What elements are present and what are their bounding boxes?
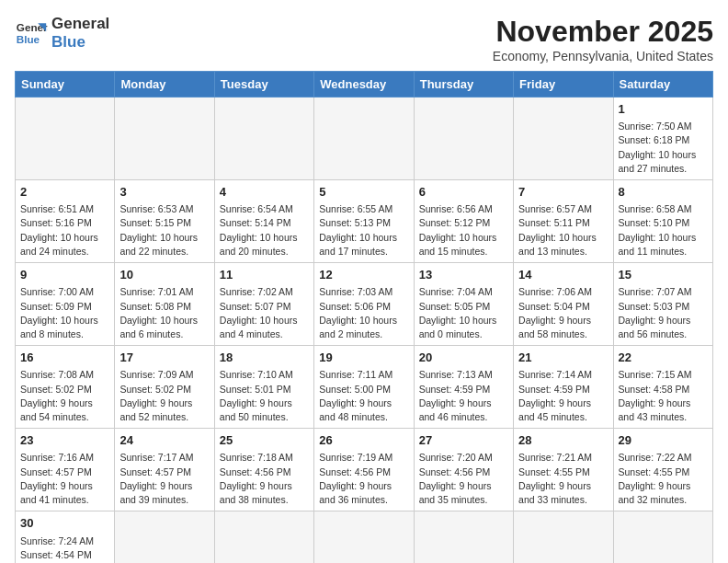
day-info: Sunrise: 7:01 AMSunset: 5:08 PMDaylight:… (119, 285, 209, 341)
calendar-cell: 8Sunrise: 6:58 AMSunset: 5:10 PMDaylight… (613, 180, 712, 263)
calendar-cell: 29Sunrise: 7:22 AMSunset: 4:55 PMDayligh… (613, 429, 712, 511)
calendar-table: SundayMondayTuesdayWednesdayThursdayFrid… (15, 71, 713, 563)
month-title: November 2025 (493, 15, 713, 49)
day-number: 1 (619, 101, 708, 118)
day-number: 17 (119, 350, 209, 366)
day-info: Sunrise: 7:06 AMSunset: 5:04 PMDaylight:… (518, 285, 608, 341)
day-info: Sunrise: 7:00 AMSunset: 5:09 PMDaylight:… (20, 285, 109, 341)
calendar-cell (414, 511, 513, 563)
calendar-header-saturday: Saturday (613, 72, 712, 98)
day-number: 14 (518, 267, 608, 283)
calendar-cell: 26Sunrise: 7:19 AMSunset: 4:56 PMDayligh… (314, 429, 414, 511)
calendar-cell (314, 98, 414, 180)
calendar-week-2: 9Sunrise: 7:00 AMSunset: 5:09 PMDaylight… (16, 263, 713, 346)
calendar-cell: 21Sunrise: 7:14 AMSunset: 4:59 PMDayligh… (514, 346, 613, 429)
calendar-cell: 27Sunrise: 7:20 AMSunset: 4:56 PMDayligh… (414, 429, 513, 511)
calendar-cell: 30Sunrise: 7:24 AMSunset: 4:54 PMDayligh… (16, 511, 115, 563)
calendar-week-4: 23Sunrise: 7:16 AMSunset: 4:57 PMDayligh… (16, 429, 713, 511)
day-info: Sunrise: 7:15 AMSunset: 4:58 PMDaylight:… (619, 368, 708, 424)
calendar-week-0: 1Sunrise: 7:50 AMSunset: 6:18 PMDaylight… (16, 98, 713, 180)
day-info: Sunrise: 7:21 AMSunset: 4:55 PMDaylight:… (518, 451, 608, 507)
day-info: Sunrise: 6:56 AMSunset: 5:12 PMDaylight:… (419, 202, 508, 259)
day-info: Sunrise: 6:57 AMSunset: 5:11 PMDaylight:… (518, 202, 608, 259)
day-info: Sunrise: 7:24 AMSunset: 4:54 PMDaylight:… (20, 534, 109, 564)
calendar-cell (115, 511, 214, 563)
day-number: 30 (20, 515, 109, 532)
day-number: 29 (619, 432, 708, 449)
calendar-cell (115, 98, 214, 180)
day-info: Sunrise: 7:04 AMSunset: 5:05 PMDaylight:… (419, 285, 508, 341)
calendar-cell: 5Sunrise: 6:55 AMSunset: 5:13 PMDaylight… (314, 180, 414, 263)
calendar-cell: 23Sunrise: 7:16 AMSunset: 4:57 PMDayligh… (16, 429, 115, 511)
calendar-cell: 10Sunrise: 7:01 AMSunset: 5:08 PMDayligh… (115, 263, 214, 346)
day-info: Sunrise: 7:14 AMSunset: 4:59 PMDaylight:… (518, 368, 608, 424)
day-info: Sunrise: 6:53 AMSunset: 5:15 PMDaylight:… (119, 202, 209, 259)
day-number: 6 (419, 184, 508, 201)
day-info: Sunrise: 7:16 AMSunset: 4:57 PMDaylight:… (20, 451, 109, 507)
day-info: Sunrise: 7:20 AMSunset: 4:56 PMDaylight:… (419, 451, 508, 507)
calendar-header-tuesday: Tuesday (214, 72, 313, 98)
calendar-cell: 9Sunrise: 7:00 AMSunset: 5:09 PMDaylight… (16, 263, 115, 346)
calendar-header-monday: Monday (115, 72, 214, 98)
day-number: 18 (220, 350, 309, 366)
calendar-cell: 25Sunrise: 7:18 AMSunset: 4:56 PMDayligh… (214, 429, 313, 511)
calendar-cell: 17Sunrise: 7:09 AMSunset: 5:02 PMDayligh… (115, 346, 214, 429)
day-info: Sunrise: 7:11 AMSunset: 5:00 PMDaylight:… (319, 368, 408, 424)
day-number: 26 (319, 432, 408, 449)
day-number: 8 (619, 184, 708, 201)
calendar-cell: 24Sunrise: 7:17 AMSunset: 4:57 PMDayligh… (115, 429, 214, 511)
calendar-cell: 3Sunrise: 6:53 AMSunset: 5:15 PMDaylight… (115, 180, 214, 263)
day-number: 20 (419, 350, 508, 366)
calendar-cell (514, 511, 613, 563)
day-number: 9 (20, 267, 109, 283)
calendar-cell (414, 98, 513, 180)
calendar-header-wednesday: Wednesday (314, 72, 414, 98)
calendar-cell: 22Sunrise: 7:15 AMSunset: 4:58 PMDayligh… (613, 346, 712, 429)
day-info: Sunrise: 7:19 AMSunset: 4:56 PMDaylight:… (319, 451, 408, 507)
day-info: Sunrise: 7:07 AMSunset: 5:03 PMDaylight:… (619, 285, 708, 341)
calendar-cell (214, 98, 313, 180)
day-info: Sunrise: 7:03 AMSunset: 5:06 PMDaylight:… (319, 285, 408, 341)
day-info: Sunrise: 7:13 AMSunset: 4:59 PMDaylight:… (419, 368, 508, 424)
day-info: Sunrise: 7:17 AMSunset: 4:57 PMDaylight:… (119, 451, 209, 507)
day-number: 5 (319, 184, 408, 201)
logo-icon: General Blue (15, 17, 48, 50)
calendar-cell: 14Sunrise: 7:06 AMSunset: 5:04 PMDayligh… (514, 263, 613, 346)
day-number: 25 (220, 432, 309, 449)
page-header: General Blue General Blue November 2025 … (15, 15, 713, 63)
day-info: Sunrise: 7:50 AMSunset: 6:18 PMDaylight:… (619, 120, 708, 176)
calendar-cell (314, 511, 414, 563)
logo: General Blue General Blue (15, 15, 109, 51)
calendar-cell (16, 98, 115, 180)
day-number: 4 (220, 184, 309, 201)
calendar-cell: 2Sunrise: 6:51 AMSunset: 5:16 PMDaylight… (16, 180, 115, 263)
day-info: Sunrise: 6:58 AMSunset: 5:10 PMDaylight:… (619, 202, 708, 259)
svg-text:Blue: Blue (17, 32, 40, 44)
day-info: Sunrise: 6:54 AMSunset: 5:14 PMDaylight:… (220, 202, 309, 259)
calendar-cell: 19Sunrise: 7:11 AMSunset: 5:00 PMDayligh… (314, 346, 414, 429)
day-number: 10 (119, 267, 209, 283)
day-number: 15 (619, 267, 708, 283)
calendar-cell: 16Sunrise: 7:08 AMSunset: 5:02 PMDayligh… (16, 346, 115, 429)
day-number: 2 (20, 184, 109, 201)
calendar-cell: 4Sunrise: 6:54 AMSunset: 5:14 PMDaylight… (214, 180, 313, 263)
calendar-cell: 1Sunrise: 7:50 AMSunset: 6:18 PMDaylight… (613, 98, 712, 180)
calendar-cell (214, 511, 313, 563)
day-number: 28 (518, 432, 608, 449)
day-number: 3 (119, 184, 209, 201)
day-number: 7 (518, 184, 608, 201)
day-number: 19 (319, 350, 408, 366)
day-info: Sunrise: 6:51 AMSunset: 5:16 PMDaylight:… (20, 202, 109, 259)
calendar-week-3: 16Sunrise: 7:08 AMSunset: 5:02 PMDayligh… (16, 346, 713, 429)
title-area: November 2025 Economy, Pennsylvania, Uni… (493, 15, 713, 63)
day-number: 27 (419, 432, 508, 449)
day-number: 24 (119, 432, 209, 449)
calendar-cell: 15Sunrise: 7:07 AMSunset: 5:03 PMDayligh… (613, 263, 712, 346)
calendar-cell: 28Sunrise: 7:21 AMSunset: 4:55 PMDayligh… (514, 429, 613, 511)
calendar-cell: 20Sunrise: 7:13 AMSunset: 4:59 PMDayligh… (414, 346, 513, 429)
day-number: 21 (518, 350, 608, 366)
day-number: 13 (419, 267, 508, 283)
calendar-cell (514, 98, 613, 180)
calendar-cell: 7Sunrise: 6:57 AMSunset: 5:11 PMDaylight… (514, 180, 613, 263)
calendar-header-friday: Friday (514, 72, 613, 98)
